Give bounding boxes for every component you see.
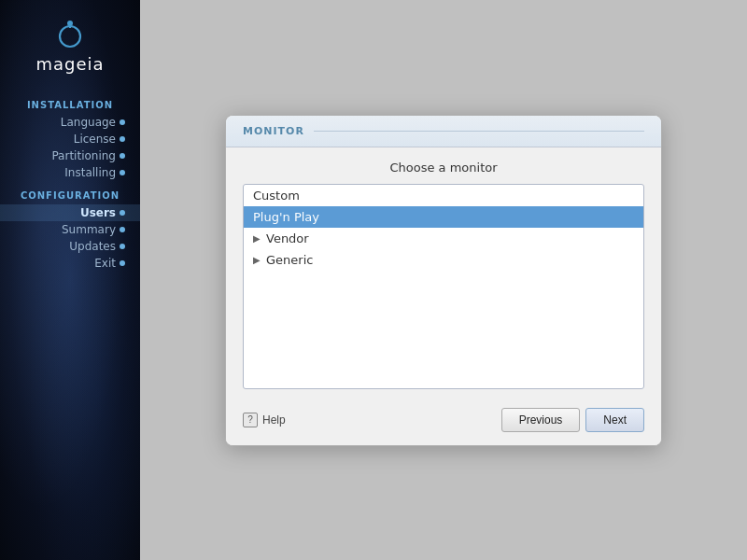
list-item-plugnplay[interactable]: Plug'n Play	[244, 206, 643, 228]
help-label: Help	[262, 413, 286, 427]
updates-dot	[120, 244, 125, 249]
plugnplay-label: Plug'n Play	[253, 210, 319, 224]
sidebar-item-language[interactable]: Language	[0, 114, 140, 131]
sidebar-item-exit-label: Exit	[94, 257, 116, 270]
summary-dot	[120, 227, 125, 232]
list-item-custom[interactable]: Custom	[244, 185, 643, 206]
vendor-label: Vendor	[266, 231, 309, 245]
sidebar-item-language-label: Language	[61, 116, 116, 129]
sidebar-item-summary-label: Summary	[62, 223, 116, 236]
previous-button[interactable]: Previous	[501, 408, 581, 432]
dialog-header: MONITOR	[226, 116, 661, 147]
mageia-logo-icon	[53, 17, 87, 50]
help-icon: ?	[243, 413, 258, 427]
dialog-title: MONITOR	[243, 125, 304, 137]
main-content: MONITOR Choose a monitor Custom Plug'n P…	[140, 0, 747, 560]
svg-point-0	[60, 26, 80, 47]
list-item-vendor[interactable]: ▶ Vendor	[244, 228, 643, 249]
monitor-dialog: MONITOR Choose a monitor Custom Plug'n P…	[225, 115, 662, 446]
svg-point-1	[67, 21, 73, 26]
logo-text: mageia	[35, 54, 104, 74]
sidebar-item-users-label: Users	[80, 206, 116, 219]
license-dot	[120, 136, 125, 142]
sidebar-item-license[interactable]: License	[0, 131, 140, 147]
language-dot	[120, 119, 125, 125]
sidebar-item-users[interactable]: Users	[0, 204, 140, 221]
next-button[interactable]: Next	[585, 408, 644, 432]
sidebar-item-installing-label: Installing	[64, 166, 116, 179]
dialog-footer: ? Help Previous Next	[226, 399, 661, 445]
monitor-list[interactable]: Custom Plug'n Play ▶ Vendor ▶ Generic	[243, 184, 644, 389]
users-dot	[120, 210, 125, 216]
installing-dot	[120, 170, 125, 175]
logo-area: mageia	[35, 17, 104, 74]
sidebar-item-exit[interactable]: Exit	[0, 255, 140, 272]
sidebar-item-installing[interactable]: Installing	[0, 164, 140, 181]
sidebar-item-partitioning[interactable]: Partitioning	[0, 147, 140, 164]
partitioning-dot	[120, 153, 125, 159]
custom-label: Custom	[253, 189, 300, 203]
installation-section-label: INSTALLATION	[0, 100, 140, 110]
sidebar-item-updates[interactable]: Updates	[0, 238, 140, 255]
sidebar-item-summary[interactable]: Summary	[0, 221, 140, 238]
list-item-generic[interactable]: ▶ Generic	[244, 249, 643, 271]
help-button[interactable]: ? Help	[243, 413, 286, 427]
sidebar-item-partitioning-label: Partitioning	[51, 149, 116, 162]
generic-expand-arrow: ▶	[253, 255, 262, 265]
exit-dot	[120, 260, 125, 266]
vendor-expand-arrow: ▶	[253, 233, 262, 244]
sidebar-item-updates-label: Updates	[69, 240, 116, 253]
configuration-section-label: CONFIGURATION	[0, 190, 140, 201]
sidebar: mageia INSTALLATION Language License Par…	[0, 0, 140, 560]
generic-label: Generic	[266, 253, 313, 267]
dialog-title-line	[314, 131, 644, 132]
nav-buttons: Previous Next	[501, 408, 644, 432]
dialog-subtitle: Choose a monitor	[226, 147, 661, 184]
sidebar-item-license-label: License	[74, 133, 116, 146]
